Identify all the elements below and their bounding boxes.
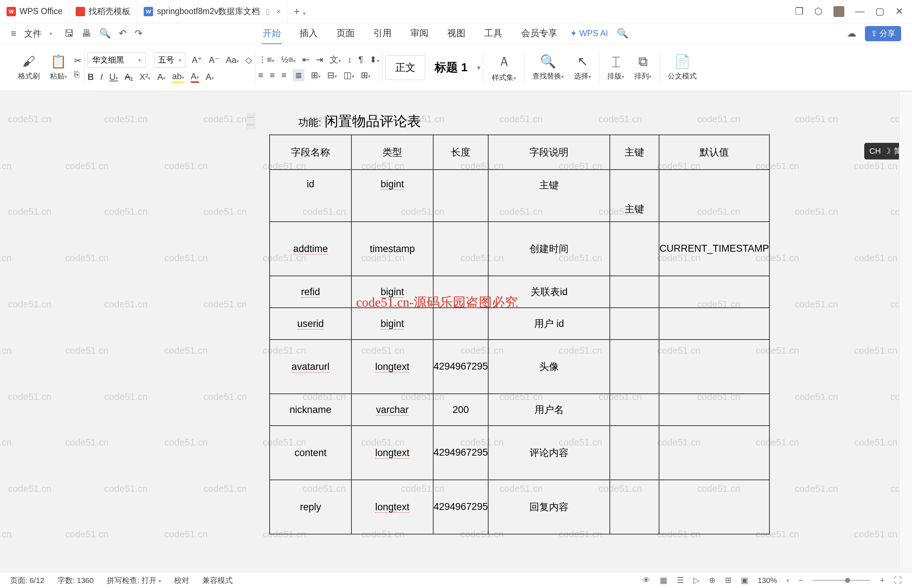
numbering-button[interactable]: ½≡▾ xyxy=(281,55,296,65)
tab-document[interactable]: W springbootf8m2v数据库文档 ▯ × xyxy=(137,0,288,23)
cloud-icon[interactable]: ☁ xyxy=(847,28,856,39)
clear-format-icon[interactable]: ◇ xyxy=(245,55,252,65)
tab-settings-button[interactable]: ⊟▾ xyxy=(327,70,337,80)
play-icon[interactable]: ▷ xyxy=(693,576,700,585)
table-row[interactable]: addtime timestamp 创建时间 CURRENT_TIMESTAMP xyxy=(270,222,769,276)
status-words[interactable]: 字数: 1360 xyxy=(58,575,94,585)
table-row[interactable]: nickname varchar 200 用户名 xyxy=(270,394,769,426)
bold-button[interactable]: B xyxy=(87,72,94,82)
menu-tools[interactable]: 工具 xyxy=(483,23,503,44)
tab-template[interactable]: 找稻壳模板 xyxy=(69,0,137,23)
tab-close-button[interactable]: × xyxy=(276,7,281,16)
grid-icon[interactable]: ▣ xyxy=(741,576,748,585)
table-row[interactable]: avatarurl longtext 4294967295 头像 xyxy=(270,339,769,394)
emphasis-button[interactable]: A▾ xyxy=(157,72,165,82)
table-row[interactable]: userid bigint 用户 id xyxy=(270,308,769,339)
outline-icon[interactable]: ☰ xyxy=(677,576,684,585)
align-right-button[interactable]: ≡ xyxy=(281,70,286,80)
text-direction-button[interactable]: 文▾ xyxy=(330,54,341,65)
maximize-button[interactable]: ▢ xyxy=(875,6,884,17)
public-mode-group[interactable]: 📄 公文模式 xyxy=(663,54,702,81)
show-marks-button[interactable]: ¶ xyxy=(358,55,363,65)
print-icon[interactable]: 🖶 xyxy=(82,28,91,39)
arrange-group[interactable]: ⧉ 排列▾ xyxy=(629,54,656,81)
document-area[interactable]: ⋮⋮ code51.cn code51.cn code51.cn code51.… xyxy=(0,92,912,569)
eye-icon[interactable]: 👁 xyxy=(642,576,650,585)
strikethrough-button[interactable]: A▾ xyxy=(125,72,133,82)
minimize-button[interactable]: — xyxy=(855,6,865,17)
select-group[interactable]: ↖ 选择▾ xyxy=(569,54,596,81)
change-case-icon[interactable]: Aa▾ xyxy=(226,55,239,65)
menu-member[interactable]: 会员专享 xyxy=(520,23,558,44)
menu-page[interactable]: 页面 xyxy=(336,23,355,44)
pip-icon[interactable]: ❐ xyxy=(795,6,803,17)
table-row[interactable]: id bigint 主键 主键 xyxy=(270,170,769,222)
ruler-handle[interactable]: ⋮⋮ xyxy=(246,113,256,129)
zoom-out-button[interactable]: − xyxy=(799,576,803,585)
table-row[interactable]: reply longtext 4294967295 回复内容 xyxy=(270,480,769,534)
document-heading[interactable]: 功能: 闲置物品评论表 xyxy=(298,112,421,131)
decrease-indent-button[interactable]: ⇤ xyxy=(302,55,309,65)
font-color-button[interactable]: A▾ xyxy=(191,71,199,83)
zoom-level[interactable]: 130% xyxy=(758,576,778,585)
shading-button[interactable]: ◫▾ xyxy=(343,70,354,80)
copy-icon[interactable]: ⎘ xyxy=(74,69,81,79)
font-size-select[interactable]: 五号▾ xyxy=(154,52,185,68)
increase-font-icon[interactable]: A⁺ xyxy=(192,55,202,65)
find-replace-group[interactable]: 🔍 查找替换▾ xyxy=(527,54,569,81)
hamburger-icon[interactable]: ≡ xyxy=(11,28,16,39)
increase-indent-button[interactable]: ⇥ xyxy=(316,55,323,65)
redo-icon[interactable]: ↷ xyxy=(134,28,143,39)
italic-button[interactable]: I xyxy=(100,72,103,82)
menu-insert[interactable]: 插入 xyxy=(299,23,319,44)
align-center-button[interactable]: ≡ xyxy=(270,70,275,80)
align-justify-button[interactable]: ≣ xyxy=(293,69,305,81)
format-brush-icon[interactable]: 🖌 xyxy=(23,54,36,69)
table-row[interactable]: refid bigint 关联表id xyxy=(270,276,769,308)
status-proof[interactable]: 校对 xyxy=(174,575,189,585)
menu-review[interactable]: 审阅 xyxy=(410,23,429,44)
align-left-button[interactable]: ≡ xyxy=(258,70,263,80)
text-effects-button[interactable]: A▾ xyxy=(206,72,214,82)
bookmark-icon[interactable]: ▯ xyxy=(266,7,270,16)
menu-start[interactable]: 开始 xyxy=(262,23,282,44)
status-compat[interactable]: 兼容模式 xyxy=(202,575,233,585)
highlight-button[interactable]: ab▾ xyxy=(172,71,184,83)
bullets-button[interactable]: ⋮≡▾ xyxy=(258,55,274,65)
table-row[interactable]: content longtext 4294967295 评论内容 xyxy=(270,426,769,480)
fullscreen-icon[interactable]: ⛶ xyxy=(894,576,902,585)
web-layout-icon[interactable]: ⊕ xyxy=(709,576,716,585)
styles-pane-group[interactable]: Ａ 样式集▾ xyxy=(487,53,521,82)
print-layout-icon[interactable]: ⊞ xyxy=(725,576,731,585)
menu-view[interactable]: 视图 xyxy=(447,23,466,44)
zoom-slider[interactable] xyxy=(813,580,870,581)
close-button[interactable]: ✕ xyxy=(895,6,903,17)
menu-reference[interactable]: 引用 xyxy=(373,23,392,44)
zoom-in-button[interactable]: + xyxy=(880,576,884,585)
status-page[interactable]: 页面: 6/12 xyxy=(10,575,45,585)
sort-button[interactable]: ↕ xyxy=(347,55,352,65)
preview-icon[interactable]: 🔍 xyxy=(99,28,111,39)
borders-button[interactable]: ⊞▾ xyxy=(361,70,371,80)
database-table[interactable]: 字段名称 类型 长度 字段说明 主键 默认值 id bigint 主键 主键 a… xyxy=(269,134,770,535)
tab-wps-office[interactable]: W WPS Office xyxy=(0,0,69,23)
undo-icon[interactable]: ↶ xyxy=(119,28,127,39)
package-icon[interactable]: ⬡ xyxy=(814,6,823,17)
layout-group[interactable]: ⌶ 排版▾ xyxy=(602,54,629,81)
decrease-font-icon[interactable]: A⁻ xyxy=(209,55,219,65)
add-tab-button[interactable]: + ▾ xyxy=(288,5,311,18)
share-button[interactable]: ⇪ 分享 xyxy=(865,26,901,41)
wps-ai-button[interactable]: ✦ WPS AI xyxy=(570,29,608,38)
superscript-button[interactable]: X²▾ xyxy=(139,72,151,82)
paste-icon[interactable]: 📋 xyxy=(50,54,66,69)
line-spacing-button[interactable]: ⬍▾ xyxy=(369,55,379,65)
style-heading-select[interactable]: 标题 1 xyxy=(428,60,474,76)
distribute-button[interactable]: ⊞▾ xyxy=(311,70,321,80)
right-sidebar[interactable] xyxy=(899,92,912,569)
font-family-select[interactable]: 华文细黑▾ xyxy=(87,52,146,68)
save-icon[interactable]: 🖫 xyxy=(65,28,74,39)
underline-button[interactable]: U▾ xyxy=(109,72,118,82)
cut-icon[interactable]: ✂ xyxy=(74,56,81,66)
style-normal-select[interactable]: 正文 xyxy=(386,55,425,80)
user-avatar[interactable] xyxy=(833,6,844,17)
